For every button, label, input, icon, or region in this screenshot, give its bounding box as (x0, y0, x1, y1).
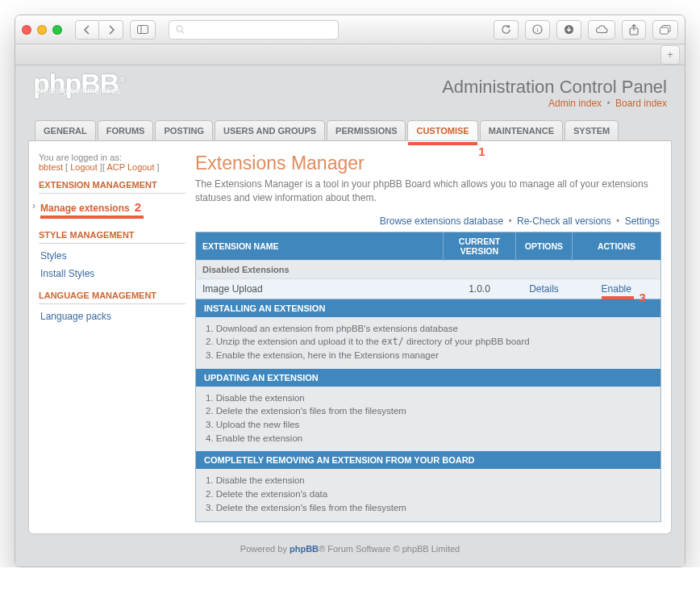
share-button[interactable] (622, 20, 646, 40)
col-current-version: CURRENT VERSION (444, 232, 516, 260)
svg-rect-0 (138, 26, 148, 34)
highlight-underline (602, 296, 634, 299)
cell-current-version: 1.0.0 (444, 278, 516, 299)
callout-2: 2 (135, 200, 141, 214)
link-logout[interactable]: Logout (70, 162, 98, 172)
callout-1: 1 (478, 144, 485, 158)
browser-window: i ＋ phpBB® creating communities Administ… (15, 15, 685, 567)
reader-button[interactable]: i (525, 20, 550, 40)
header-links: Admin index • Board index (442, 98, 667, 109)
phpbb-logo: phpBB® creating communities (33, 75, 125, 96)
acp-tabs: GENERAL FORUMS POSTING USERS AND GROUPS … (28, 120, 672, 140)
link-recheck-versions[interactable]: Re-Check all versions (517, 215, 611, 227)
highlight-underline (408, 142, 477, 145)
page-title: Administration Control Panel (442, 77, 667, 98)
sidebar-heading-style-mgmt: STYLE MANAGEMENT (39, 222, 185, 244)
nav-back-button[interactable] (75, 20, 99, 40)
tab-system[interactable]: SYSTEM (565, 120, 619, 140)
link-details[interactable]: Details (529, 283, 559, 295)
col-extension-name: EXTENSION NAME (196, 232, 444, 260)
col-actions: ACTIONS (573, 232, 661, 260)
reload-button[interactable] (494, 20, 519, 40)
footer: Powered by phpBB® Forum Software © phpBB… (28, 534, 672, 555)
tab-strip: ＋ (15, 44, 685, 65)
highlight-underline (40, 215, 144, 219)
close-window-button[interactable] (22, 25, 31, 35)
nav-forward-button[interactable] (99, 20, 123, 40)
new-tab-button[interactable]: ＋ (660, 45, 680, 65)
main-intro: The Extensions Manager is a tool in your… (195, 178, 661, 206)
tab-users-groups[interactable]: USERS AND GROUPS (215, 120, 325, 140)
link-acp-logout[interactable]: ACP Logout (106, 162, 154, 172)
window-controls (22, 25, 62, 35)
help-removing-body: 1. Disable the extension2. Delete the ex… (195, 469, 661, 521)
link-username[interactable]: bbtest (39, 162, 63, 172)
help-installing-header: INSTALLING AN EXTENSION (195, 299, 661, 317)
tab-customise[interactable]: CUSTOMISE1 (407, 120, 477, 140)
acp-body: phpBB® creating communities Administrati… (15, 65, 685, 567)
zoom-window-button[interactable] (52, 25, 62, 35)
sidebar-heading-language-mgmt: LANGUAGE MANAGEMENT (39, 282, 185, 304)
ext-toolbar: Browse extensions database • Re-Check al… (197, 215, 660, 227)
session-info: You are logged in as: bbtest [ Logout ][… (39, 153, 185, 172)
link-phpbb[interactable]: phpBB (290, 544, 319, 554)
link-board-index[interactable]: Board index (615, 98, 667, 109)
minimize-window-button[interactable] (37, 25, 47, 35)
link-admin-index[interactable]: Admin index (548, 98, 602, 109)
col-options: OPTIONS (516, 232, 573, 260)
help-updating-body: 1. Disable the extension2. Delete the ex… (195, 387, 661, 452)
cloud-button[interactable] (588, 20, 615, 40)
callout-3: 3 (640, 291, 646, 304)
tab-permissions[interactable]: PERMISSIONS (327, 120, 406, 140)
tab-general[interactable]: GENERAL (35, 120, 96, 140)
browser-titlebar: i (15, 15, 685, 44)
table-row: Image Upload 1.0.0 Details Enable 3 (196, 278, 661, 299)
help-updating-header: UPDATING AN EXTENSION (195, 369, 661, 387)
svg-point-2 (177, 26, 182, 31)
link-browse-ext-db[interactable]: Browse extensions database (380, 215, 503, 227)
tab-forums[interactable]: FORUMS (98, 120, 154, 140)
row-disabled-extensions-header: Disabled Extensions (196, 260, 661, 278)
extensions-table: EXTENSION NAME CURRENT VERSION OPTIONS A… (195, 232, 661, 299)
link-enable-extension[interactable]: Enable (602, 283, 631, 295)
tab-maintenance[interactable]: MAINTENANCE (480, 120, 563, 140)
help-installing-body: 1. Download an extension from phpBB's ex… (195, 317, 661, 369)
svg-text:i: i (537, 27, 539, 34)
help-removing-header: COMPLETELY REMOVING AN EXTENSION FROM YO… (195, 451, 661, 469)
sidebar-toggle-button[interactable] (130, 20, 156, 40)
cell-extension-name: Image Upload (196, 278, 444, 299)
svg-rect-9 (660, 27, 669, 34)
url-bar[interactable] (169, 20, 339, 40)
tabs-button[interactable] (652, 20, 678, 40)
sidebar-item-styles[interactable]: Styles (39, 247, 185, 265)
sidebar-heading-ext-mgmt: EXTENSION MANAGEMENT (39, 172, 185, 194)
sidebar-item-manage-extensions[interactable]: Manage extensions2 (39, 197, 185, 222)
sidebar-item-install-styles[interactable]: Install Styles (39, 265, 185, 282)
link-ext-settings[interactable]: Settings (625, 215, 660, 227)
main-heading: Extensions Manager (195, 153, 661, 174)
download-button[interactable] (556, 20, 581, 40)
svg-line-3 (181, 31, 184, 33)
tab-posting[interactable]: POSTING (155, 120, 213, 140)
sidebar-item-language-packs[interactable]: Language packs (39, 307, 185, 325)
